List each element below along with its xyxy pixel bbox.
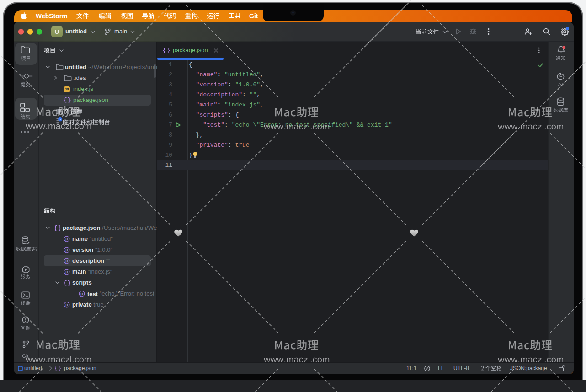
svg-text:p: p xyxy=(65,302,68,307)
svg-text:p: p xyxy=(65,236,68,241)
svg-text:p: p xyxy=(65,258,68,263)
svg-text:p: p xyxy=(65,247,68,252)
svg-text:p: p xyxy=(65,269,68,274)
svg-text:p: p xyxy=(80,291,83,296)
